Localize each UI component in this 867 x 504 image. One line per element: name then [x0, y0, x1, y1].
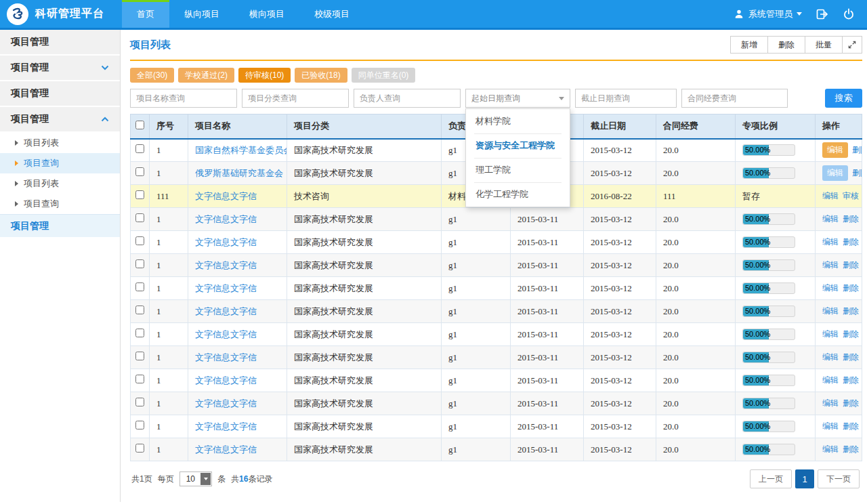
- delete-action[interactable]: 删除: [852, 168, 862, 177]
- current-page-button[interactable]: 1: [795, 469, 814, 488]
- row-checkbox[interactable]: [135, 144, 144, 153]
- power-icon[interactable]: [843, 8, 855, 20]
- end-date-search-input[interactable]: [575, 89, 677, 108]
- edit-action[interactable]: 编辑: [822, 237, 839, 247]
- seq-cell: 1: [150, 392, 188, 415]
- per-page-select[interactable]: 10: [179, 471, 212, 486]
- sidebar-item[interactable]: 项目列表: [0, 133, 120, 153]
- delete-action[interactable]: 删除: [843, 283, 859, 293]
- delete-action[interactable]: 删除: [843, 444, 859, 454]
- delete-action[interactable]: 删除: [843, 398, 859, 408]
- row-checkbox[interactable]: [135, 236, 144, 245]
- row-checkbox[interactable]: [135, 306, 144, 314]
- batch-button[interactable]: 批量: [805, 36, 843, 54]
- project-name-link[interactable]: 文字信息文字信: [195, 306, 257, 316]
- top-nav-item[interactable]: 首页: [122, 0, 169, 28]
- project-name-link[interactable]: 文字信息文字信: [195, 375, 257, 385]
- edit-action[interactable]: 编辑: [822, 191, 839, 201]
- leader-search-input[interactable]: [354, 89, 461, 108]
- project-name-link[interactable]: 文字信息文字信: [195, 283, 257, 293]
- search-button[interactable]: 搜索: [825, 89, 862, 108]
- dropdown-option[interactable]: 理工学院: [466, 158, 570, 182]
- row-checkbox[interactable]: [135, 282, 144, 291]
- start-date-select[interactable]: 起始日期查询: [465, 89, 570, 108]
- sidebar-group[interactable]: 项目管理: [0, 81, 120, 107]
- project-name-link[interactable]: 文字信息文字信: [195, 191, 257, 201]
- row-checkbox[interactable]: [135, 259, 144, 268]
- actions-cell: 编辑删除: [816, 392, 862, 415]
- delete-action[interactable]: 删除: [843, 329, 859, 339]
- filter-tab[interactable]: 同单位重名(0): [352, 68, 416, 83]
- delete-action[interactable]: 删除: [843, 237, 859, 247]
- dropdown-option[interactable]: 化学工程学院: [466, 182, 570, 207]
- project-name-link[interactable]: 文字信息文字信: [195, 329, 257, 339]
- edit-action[interactable]: 编辑: [822, 260, 839, 270]
- filter-tab[interactable]: 全部(30): [130, 68, 174, 83]
- select-all-checkbox[interactable]: [135, 121, 144, 129]
- project-name-link[interactable]: 国家自然科学基金委员会: [195, 145, 287, 155]
- project-name-link[interactable]: 文字信息文字信: [195, 237, 257, 247]
- project-name-search-input[interactable]: [130, 89, 237, 108]
- top-nav-item[interactable]: 校级项目: [299, 0, 364, 28]
- delete-action[interactable]: 删除: [843, 375, 859, 385]
- edit-action[interactable]: 编辑: [822, 375, 839, 385]
- row-checkbox[interactable]: [135, 421, 144, 429]
- project-name-link[interactable]: 文字信息文字信: [195, 398, 257, 408]
- exit-icon[interactable]: [816, 8, 829, 20]
- row-checkbox[interactable]: [135, 167, 144, 176]
- project-name-link[interactable]: 文字信息文字信: [195, 214, 257, 224]
- sidebar-item[interactable]: 项目查询: [0, 194, 120, 214]
- sidebar-group[interactable]: 项目管理: [0, 56, 120, 81]
- edit-action[interactable]: 编辑: [822, 421, 839, 431]
- delete-action[interactable]: 删除: [843, 260, 859, 270]
- row-checkbox[interactable]: [135, 398, 144, 406]
- project-name-link[interactable]: 文字信息文字信: [195, 444, 257, 455]
- edit-action[interactable]: 编辑: [822, 398, 839, 408]
- sidebar-group[interactable]: 项目管理: [0, 107, 120, 133]
- delete-action[interactable]: 删除: [843, 421, 859, 431]
- top-nav-item[interactable]: 横向项目: [234, 0, 299, 28]
- delete-action[interactable]: 删除: [843, 306, 859, 316]
- row-checkbox[interactable]: [135, 329, 144, 337]
- edit-action[interactable]: 编辑: [822, 283, 839, 293]
- delete-action[interactable]: 删除: [843, 352, 859, 362]
- expand-icon[interactable]: [842, 36, 862, 54]
- row-checkbox[interactable]: [135, 375, 144, 383]
- row-checkbox[interactable]: [135, 213, 144, 222]
- add-button[interactable]: 新增: [730, 36, 768, 54]
- sidebar-group[interactable]: 项目管理: [0, 30, 120, 56]
- sidebar-group[interactable]: 项目管理: [0, 214, 120, 238]
- edit-action[interactable]: 编辑: [822, 329, 839, 339]
- project-name-link[interactable]: 文字信息文字信: [195, 352, 257, 362]
- filter-tab[interactable]: 已验收(18): [295, 68, 347, 83]
- project-category-search-input[interactable]: [242, 89, 349, 108]
- edit-action[interactable]: 编辑: [822, 165, 848, 181]
- sidebar-item[interactable]: 项目列表: [0, 173, 120, 194]
- audit-action[interactable]: 审核: [843, 191, 859, 201]
- delete-action[interactable]: 删除: [852, 145, 862, 154]
- filter-tab[interactable]: 学校通过(2): [178, 68, 234, 83]
- delete-action[interactable]: 删除: [843, 214, 859, 224]
- user-menu[interactable]: 系统管理员: [734, 8, 802, 20]
- edit-action[interactable]: 编辑: [822, 352, 839, 362]
- row-checkbox[interactable]: [135, 444, 144, 453]
- edit-action[interactable]: 编辑: [822, 306, 839, 316]
- edit-action[interactable]: 编辑: [822, 214, 839, 224]
- project-name-link[interactable]: 文字信息文字信: [195, 260, 257, 270]
- dropdown-option[interactable]: 资源与安全工程学院: [466, 133, 570, 158]
- edit-action[interactable]: 编辑: [822, 142, 848, 158]
- next-page-button[interactable]: 下一页: [818, 469, 860, 488]
- dropdown-option[interactable]: 材料学院: [466, 109, 570, 133]
- funds-search-input[interactable]: [681, 89, 788, 108]
- edit-action[interactable]: 编辑: [822, 444, 839, 454]
- row-checkbox[interactable]: [135, 352, 144, 360]
- row-checkbox[interactable]: [135, 190, 144, 199]
- project-name-link[interactable]: 俄罗斯基础研究基金会: [195, 168, 283, 178]
- prev-page-button[interactable]: 上一页: [750, 469, 792, 488]
- ratio-cell: 50.00%: [736, 323, 816, 346]
- delete-button[interactable]: 删除: [767, 36, 805, 54]
- project-name-link[interactable]: 文字信息文字信: [195, 421, 257, 432]
- top-nav-item[interactable]: 纵向项目: [169, 0, 234, 28]
- filter-tab[interactable]: 待审核(10): [238, 68, 291, 83]
- sidebar-item[interactable]: 项目查询: [0, 153, 120, 173]
